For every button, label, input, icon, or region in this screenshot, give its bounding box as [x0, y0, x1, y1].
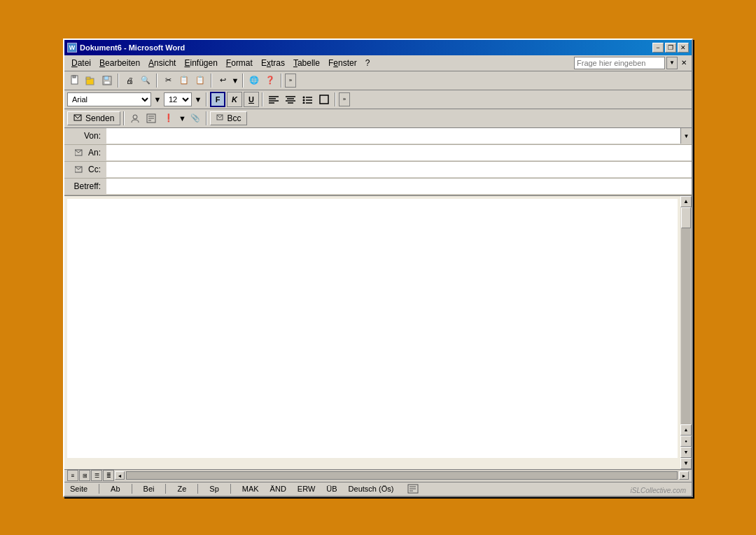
undo-dropdown[interactable]: ▼	[231, 73, 239, 88]
window-title: Dokument6 - Microsoft Word	[80, 43, 185, 52]
align-center-button[interactable]	[283, 92, 298, 107]
scroll-dot-button[interactable]: ●	[680, 436, 692, 447]
svg-point-19	[303, 102, 305, 104]
menu-bearbeiten[interactable]: Bearbeiten	[95, 57, 144, 69]
svg-rect-3	[86, 77, 90, 79]
status-erw: ERW	[298, 485, 315, 493]
scroll-small-buttons: ▲ ● ▼	[680, 424, 692, 458]
search-close-button[interactable]: ✕	[679, 58, 689, 68]
font-select[interactable]: Arial	[67, 92, 151, 106]
open-button[interactable]	[83, 73, 99, 88]
separator-2	[156, 74, 158, 88]
status-ub: ÜB	[326, 485, 337, 493]
border-button[interactable]	[316, 92, 332, 107]
cc-input[interactable]	[106, 162, 692, 177]
status-sep-4	[197, 484, 198, 494]
title-bar: W Dokument6 - Microsoft Word − ❐ ✕	[64, 40, 692, 55]
view-outline-button[interactable]: ≣	[103, 470, 114, 481]
svg-point-17	[303, 99, 305, 101]
size-dropdown[interactable]: ▼	[193, 92, 203, 107]
align-left-button[interactable]	[266, 92, 281, 107]
von-input[interactable]	[106, 128, 680, 144]
help-button[interactable]: ❓	[262, 73, 278, 88]
view-print-button[interactable]: ☰	[91, 470, 102, 481]
view-web-button[interactable]: ⊞	[79, 470, 90, 481]
status-bei: Bei	[144, 485, 155, 493]
svg-rect-5	[104, 76, 108, 80]
misc-buttons-group: 🌐 ❓	[246, 73, 278, 88]
restore-button[interactable]: ❐	[665, 43, 676, 53]
search-dropdown-arrow[interactable]: ▼	[666, 57, 678, 69]
scroll-page-up-button[interactable]: ▲	[680, 424, 692, 436]
menu-tabelle[interactable]: Tabelle	[289, 57, 324, 69]
hscroll-right-button[interactable]: ►	[679, 471, 689, 480]
toolbar-standard: 🖨 🔍 ✂ 📋 📋 ↩ ▼ 🌐 ❓ »	[64, 71, 692, 90]
preview-button[interactable]: 🔍	[138, 73, 153, 88]
menu-help[interactable]: ?	[361, 57, 374, 69]
paste-button[interactable]: 📋	[192, 73, 208, 88]
scroll-page-down-button[interactable]: ▼	[680, 447, 692, 458]
separator-5	[281, 74, 282, 88]
search-area: ▼ ✕	[574, 57, 689, 69]
status-mak: MAK	[242, 485, 259, 493]
priority-button[interactable]: ❗	[161, 111, 176, 126]
bottom-navigation-bar: ≡ ⊞ ☰ ≣ ◄ ►	[64, 469, 692, 482]
separator-3	[211, 74, 212, 88]
size-select[interactable]: 12	[164, 92, 192, 106]
status-bar: Seite Ab Bei Ze Sp MAK ÄND ERW ÜB Deutsc…	[64, 482, 692, 496]
menu-ansicht[interactable]: Ansicht	[144, 57, 180, 69]
menu-extras[interactable]: Extras	[257, 57, 289, 69]
menu-format[interactable]: Format	[222, 57, 257, 69]
betreff-input[interactable]	[106, 179, 692, 194]
search-input[interactable]	[574, 57, 665, 69]
an-input[interactable]	[106, 145, 692, 160]
von-dropdown-arrow[interactable]: ▼	[680, 128, 692, 144]
document-body[interactable]	[67, 199, 678, 458]
cc-label: Cc:	[64, 165, 106, 174]
undo-button[interactable]: ↩	[215, 73, 230, 88]
print-button[interactable]: 🖨	[122, 73, 137, 88]
priority-dropdown[interactable]: ▼	[178, 111, 186, 126]
undo-buttons-group: ↩ ▼	[215, 73, 239, 88]
scroll-thumb[interactable]	[681, 207, 691, 228]
menu-bar: Datei Bearbeiten Ansicht Einfügen Format…	[64, 55, 692, 71]
web-button[interactable]: 🌐	[246, 73, 262, 88]
addressbook-button[interactable]	[127, 111, 143, 126]
separator-f3	[335, 92, 336, 106]
email-toolbar: Senden ❗ ▼ 📎 Bcc	[64, 109, 692, 128]
view-normal-button[interactable]: ≡	[67, 470, 78, 481]
save-button[interactable]	[99, 73, 115, 88]
menu-fenster[interactable]: Fenster	[324, 57, 361, 69]
cut-button[interactable]: ✂	[160, 73, 176, 88]
send-button[interactable]: Senden	[67, 111, 120, 125]
italic-button[interactable]: K	[227, 92, 242, 107]
menu-einfuegen[interactable]: Einfügen	[180, 57, 221, 69]
contacts-button[interactable]	[144, 111, 160, 126]
close-button[interactable]: ✕	[678, 43, 689, 53]
font-dropdown[interactable]: ▼	[153, 92, 162, 107]
status-sep-1	[99, 484, 99, 494]
bold-button[interactable]: F	[210, 92, 225, 107]
menu-datei[interactable]: Datei	[67, 57, 95, 69]
status-sep-5	[230, 484, 231, 494]
scroll-down-button[interactable]: ▼	[680, 458, 692, 469]
bcc-button[interactable]: Bcc	[210, 111, 247, 125]
list-button[interactable]	[300, 92, 315, 107]
attach-button[interactable]: 📎	[188, 111, 203, 126]
scroll-up-button[interactable]: ▲	[680, 196, 692, 207]
status-ab: Ab	[111, 485, 120, 493]
more-format-button[interactable]: »	[339, 92, 350, 106]
svg-rect-1	[73, 76, 76, 78]
file-buttons-group	[67, 73, 115, 88]
sep-email-2	[206, 111, 207, 125]
minimize-button[interactable]: −	[652, 43, 664, 53]
cc-field-row: Cc:	[64, 162, 692, 179]
hscroll-left-button[interactable]: ◄	[115, 471, 125, 480]
copy-button[interactable]: 📋	[176, 73, 192, 88]
underline-button[interactable]: U	[244, 92, 259, 107]
svg-rect-21	[320, 95, 328, 104]
sep-email-1	[123, 111, 125, 125]
new-button[interactable]	[67, 73, 83, 88]
print-buttons-group: 🖨 🔍	[122, 73, 153, 88]
more-toolbar-button[interactable]: »	[285, 74, 296, 88]
